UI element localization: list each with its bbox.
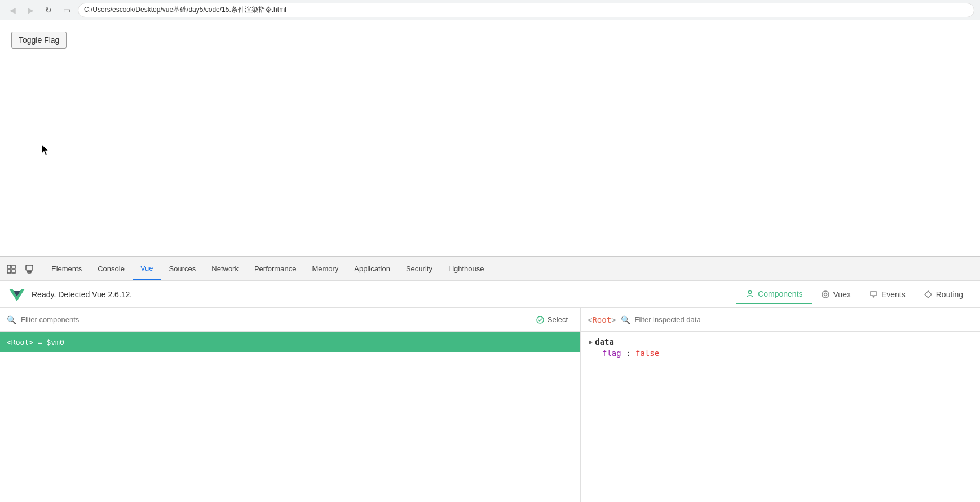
svg-rect-2	[12, 265, 15, 268]
refresh-button[interactable]: ↻	[42, 3, 55, 17]
toggle-flag-button[interactable]: Toggle Flag	[11, 32, 67, 49]
inspector-header: <Root> 🔍	[581, 308, 980, 332]
vue-tab-events-label: Events	[881, 290, 906, 299]
forward-button[interactable]: ▶	[24, 3, 37, 17]
vue-nav-tabs: Components Vuex Events	[736, 285, 972, 304]
components-panel: 🔍 Select <Root> = $vm0	[0, 308, 581, 502]
components-filter-bar: 🔍 Select	[0, 308, 580, 332]
component-row-root[interactable]: <Root> = $vm0	[0, 332, 580, 352]
select-component-button[interactable]: Select	[530, 313, 573, 327]
root-tagname: Root	[592, 315, 611, 324]
routing-icon	[924, 290, 933, 299]
vue-tab-routing[interactable]: Routing	[915, 285, 972, 303]
devtools-tabs-bar: Elements Console Vue Sources Network Per…	[0, 257, 980, 281]
inspector-panel: <Root> 🔍 ▶ data flag : false	[581, 308, 980, 502]
vue-ready-text: Ready. Detected Vue 2.6.12.	[32, 290, 731, 299]
svg-rect-3	[12, 270, 15, 273]
data-header[interactable]: ▶ data	[589, 337, 972, 346]
tab-application[interactable]: Application	[346, 257, 398, 280]
tab-security[interactable]: Security	[398, 257, 440, 280]
vue-tab-routing-label: Routing	[936, 290, 963, 299]
inspect-element-button[interactable]	[2, 257, 20, 281]
inspect-root-tag: <Root>	[588, 315, 616, 324]
svg-point-9	[749, 290, 752, 293]
inspector-body: ▶ data flag : false	[581, 332, 980, 502]
vue-logo-icon	[8, 285, 26, 303]
prop-colon: :	[626, 349, 635, 358]
data-section: ▶ data flag : false	[589, 337, 972, 358]
select-label: Select	[548, 315, 568, 324]
device-toggle-button[interactable]	[20, 257, 38, 281]
chevron-down-icon: ▶	[589, 338, 593, 346]
tab-elements[interactable]: Elements	[43, 257, 90, 280]
tab-lighthouse[interactable]: Lighthouse	[440, 257, 492, 280]
vuex-icon	[821, 290, 830, 299]
svg-marker-11	[925, 291, 932, 298]
tab-separator	[41, 262, 41, 276]
svg-rect-4	[26, 265, 33, 270]
address-bar: C:/Users/escook/Desktop/vue基础/day5/code/…	[78, 3, 974, 17]
search-icon: 🔍	[7, 315, 16, 324]
component-list: <Root> = $vm0	[0, 332, 580, 502]
tab-performance[interactable]: Performance	[246, 257, 304, 280]
inspector-filter-input[interactable]	[635, 315, 973, 324]
data-property-flag: flag : false	[589, 349, 972, 358]
svg-point-10	[822, 291, 829, 298]
vue-tab-components-label: Components	[758, 289, 802, 298]
filter-components-input[interactable]	[21, 315, 526, 324]
tab-vue[interactable]: Vue	[133, 257, 161, 280]
component-row-root-text: <Root> = $vm0	[7, 338, 64, 346]
vue-tab-vuex[interactable]: Vuex	[812, 285, 860, 303]
devtools-panel: Elements Console Vue Sources Network Per…	[0, 256, 980, 502]
vue-tab-vuex-label: Vuex	[833, 290, 851, 299]
address-text: C:/Users/escook/Desktop/vue基础/day5/code/…	[84, 5, 286, 15]
vue-tab-events[interactable]: Events	[860, 285, 915, 303]
select-icon	[536, 315, 545, 324]
tab-button[interactable]: ▭	[60, 3, 73, 17]
svg-rect-1	[7, 270, 11, 273]
mouse-cursor	[42, 144, 51, 156]
tab-console[interactable]: Console	[90, 257, 133, 280]
tab-sources[interactable]: Sources	[161, 257, 204, 280]
browser-chrome: ◀ ▶ ↻ ▭ C:/Users/escook/Desktop/vue基础/da…	[0, 0, 980, 20]
prop-name-flag: flag	[602, 349, 621, 358]
devtools-body: 🔍 Select <Root> = $vm0	[0, 308, 980, 502]
svg-rect-0	[7, 265, 11, 268]
events-icon	[869, 290, 878, 299]
prop-value-flag: false	[635, 349, 659, 358]
data-section-label: data	[595, 337, 614, 346]
close-bracket: >	[611, 315, 616, 324]
tab-memory[interactable]: Memory	[304, 257, 346, 280]
inspector-search-icon: 🔍	[621, 315, 630, 324]
page-area: Toggle Flag	[0, 20, 980, 256]
components-icon	[745, 289, 754, 298]
back-button[interactable]: ◀	[6, 3, 19, 17]
vue-devtools-bar: Ready. Detected Vue 2.6.12. Components V…	[0, 281, 980, 308]
vue-tab-components[interactable]: Components	[736, 285, 811, 304]
tab-network[interactable]: Network	[204, 257, 246, 280]
